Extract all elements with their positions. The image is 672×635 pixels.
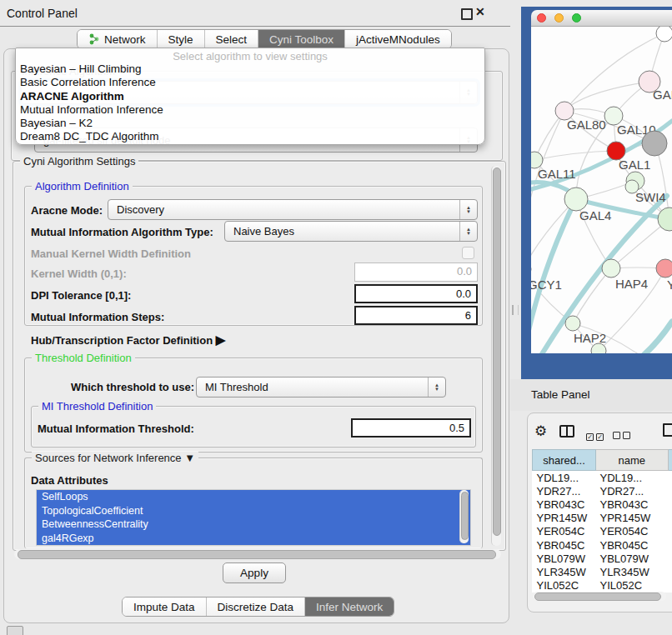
- attribute-item-topologicalcoefficient[interactable]: TopologicalCoefficient: [37, 504, 470, 518]
- gear-icon[interactable]: ⚙: [534, 424, 547, 438]
- table-cell: YIL052C: [533, 579, 596, 592]
- tab-style[interactable]: Style: [157, 30, 204, 48]
- manual-kernel-checkbox[interactable]: [462, 247, 474, 259]
- attribute-item-betweennesscentrality[interactable]: BetweennessCentrality: [37, 518, 470, 532]
- network-node-label: GAL11: [538, 167, 576, 181]
- tab-discretize-data[interactable]: Discretize Data: [206, 598, 305, 616]
- network-node-label: SWI4: [635, 190, 666, 204]
- settings-horizontal-scrollbar[interactable]: [14, 549, 501, 559]
- algorithm-option-mutual-information-inference[interactable]: Mutual Information Inference: [16, 103, 484, 117]
- cyni-algorithm-settings-title: Cyni Algorithm Settings: [20, 155, 138, 168]
- table-row[interactable]: YER054CYER054C8.: [533, 525, 672, 538]
- kernel-width-field[interactable]: 0.0: [354, 262, 478, 282]
- close-traffic-light[interactable]: [537, 13, 546, 22]
- table-row[interactable]: YDL19...YDL19...13: [533, 471, 672, 485]
- node-table: shared...nameAYDL19...YDL19...13YDR27...…: [532, 449, 672, 592]
- table-cell: YIL052C: [595, 579, 668, 592]
- network-node-label: Y: [667, 278, 672, 292]
- mi-threshold-field[interactable]: 0.5: [351, 418, 471, 438]
- tab-label: Cyni Toolbox: [269, 33, 333, 46]
- table-cell: YDR27...: [533, 484, 596, 498]
- algorithm-option-bayesian-hill-climbing[interactable]: Bayesian – Hill Climbing: [16, 62, 484, 76]
- mi-type-combobox[interactable]: Naive Bayes ▲▼: [224, 221, 478, 242]
- network-node-gal4[interactable]: [564, 188, 588, 211]
- page-icon[interactable]: [663, 423, 672, 437]
- table-cell: YLR345W: [595, 565, 668, 578]
- algorithm-popup-hint: Select algorithm to view settings: [16, 48, 484, 62]
- tab-label: Discretize Data: [218, 601, 294, 613]
- network-node-label: HAP2: [574, 331, 606, 345]
- algorithm-option-bayesian-k2[interactable]: Bayesian – K2: [16, 117, 484, 130]
- table-row[interactable]: YLR345WYLR345W9.: [533, 565, 672, 578]
- which-threshold-value: MI Threshold: [197, 381, 428, 393]
- attributes-scrollbar[interactable]: [459, 490, 469, 543]
- tab-infer-network[interactable]: Infer Network: [304, 598, 394, 616]
- network-node[interactable]: [642, 131, 667, 156]
- bottom-left-icon[interactable]: [7, 626, 23, 635]
- mi-steps-field[interactable]: 6: [354, 306, 478, 325]
- control-panel-title: Control Panel: [7, 7, 78, 20]
- table-row[interactable]: YPR145WYPR145W9.: [533, 512, 672, 525]
- network-node-label: GAL1: [619, 158, 650, 172]
- algorithm-option-basic-correlation-inference[interactable]: Basic Correlation Inference: [16, 76, 484, 89]
- attribute-item-selfloops[interactable]: SelfLoops: [37, 490, 470, 504]
- hub-definition-toggle[interactable]: Hub/Transcription Factor Definition ▶: [31, 332, 225, 348]
- apply-button[interactable]: Apply: [223, 562, 286, 583]
- network-edge-highlighted[interactable]: [642, 322, 672, 353]
- table-cell: YPR145W: [533, 512, 596, 525]
- tab-cyni-toolbox[interactable]: Cyni Toolbox: [258, 30, 344, 48]
- tab-label: Impute Data: [133, 601, 195, 613]
- table-row[interactable]: YIL052CYIL052C9: [533, 579, 672, 592]
- expand-right-icon: ▶: [216, 332, 226, 347]
- zoom-traffic-light[interactable]: [572, 13, 581, 22]
- algorithm-option-dream8-dc-tdc-algorithm[interactable]: Dream8 DC_TDC Algorithm: [16, 130, 484, 143]
- algorithm-option-aracne-algorithm[interactable]: ARACNE Algorithm: [16, 90, 484, 103]
- tab-label: Style: [168, 33, 193, 46]
- minimize-traffic-light[interactable]: [554, 13, 564, 22]
- table-row[interactable]: YBR045CYBR045C9.: [533, 538, 672, 552]
- settings-vertical-scrollbar[interactable]: [491, 166, 501, 546]
- table-cell: 9.: [668, 565, 672, 578]
- network-node-label: GCY1: [531, 278, 562, 292]
- data-attributes-label: Data Attributes: [31, 474, 108, 487]
- table-row[interactable]: YBL079WYBL079W: [533, 552, 672, 565]
- table-row[interactable]: YDR27...YDR27...12: [533, 484, 672, 498]
- network-node-hap2[interactable]: [565, 316, 580, 331]
- split-columns-icon[interactable]: [559, 425, 574, 438]
- float-window-icon[interactable]: [461, 8, 473, 20]
- sources-toggle[interactable]: Sources for Network Inference ▼: [32, 452, 198, 464]
- table-cell: 9.: [668, 512, 672, 525]
- close-icon[interactable]: ✕: [475, 5, 485, 18]
- network-edge[interactable]: [534, 151, 616, 160]
- network-node-y[interactable]: [656, 259, 672, 278]
- table-cell: YBR043C: [533, 498, 596, 511]
- table-cell: 13: [668, 471, 672, 485]
- tab-network[interactable]: Network: [78, 30, 157, 48]
- table-horizontal-scrollbar[interactable]: [533, 592, 666, 601]
- tab-jactivemnodules[interactable]: jActiveMNodules: [344, 30, 451, 48]
- table-cell: YDR27...: [595, 484, 668, 498]
- deselect-all-rows-icon[interactable]: [613, 428, 633, 442]
- column-header-name[interactable]: name: [595, 450, 668, 471]
- network-node[interactable]: [656, 26, 672, 42]
- table-cell: YBL079W: [595, 552, 668, 565]
- attribute-item-gal4rgexp[interactable]: gal4RGexp: [37, 532, 470, 546]
- column-header-shared[interactable]: shared...: [533, 450, 596, 471]
- which-threshold-combobox[interactable]: MI Threshold ▲▼: [196, 377, 446, 398]
- column-header-a[interactable]: A: [668, 450, 672, 471]
- select-all-rows-icon[interactable]: ✓✓: [586, 428, 606, 442]
- aracne-mode-label: Aracne Mode:: [31, 204, 103, 217]
- network-node-label: GAL80: [567, 118, 606, 132]
- dpi-tolerance-field[interactable]: 0.0: [354, 284, 478, 303]
- tab-impute-data[interactable]: Impute Data: [123, 598, 206, 616]
- splitter-handle[interactable]: [512, 305, 519, 315]
- network-canvas[interactable]: GALGAL80GAL10GAL1GAL11SWI4GAL4GCY1HAP4YH…: [531, 26, 672, 353]
- network-node-hap4[interactable]: [602, 259, 620, 278]
- tab-select[interactable]: Select: [204, 30, 258, 48]
- table-row[interactable]: YBR043CYBR043C: [533, 498, 672, 511]
- table-cell: YDL19...: [533, 471, 596, 485]
- network-window-titlebar[interactable]: [531, 10, 672, 27]
- manual-kernel-label: Manual Kernel Width Definition: [31, 248, 191, 260]
- aracne-mode-combobox[interactable]: Discovery ▲▼: [108, 199, 478, 220]
- threshold-definition-title: Threshold Definition: [32, 352, 135, 364]
